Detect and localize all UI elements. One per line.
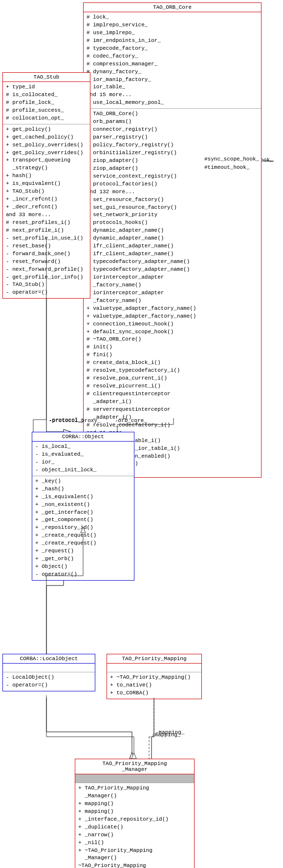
- diagram-container: -protocol_proxy_ -orb_core_ #sync_scope_…: [0, 0, 283, 868]
- tao-stub-title: TAO_Stub: [3, 73, 90, 82]
- connector-label-protocol: -protocol_proxy_: [49, 418, 101, 424]
- tao-stub-fields: + type_id # is_collocated_ # profile_loc…: [3, 82, 90, 124]
- tao-stub-box: TAO_Stub + type_id # is_collocated_ # pr…: [2, 72, 90, 299]
- corba-object-fields: - is_local_ - is_evaluated_ - ior_ - obj…: [32, 442, 134, 476]
- tao-orb-core-title: TAO_ORB_Core: [84, 3, 261, 12]
- tao-stub-methods: + get_policy() + get_cached_policy() + s…: [3, 124, 90, 299]
- corba-object-title: CORBA::Object: [32, 432, 134, 442]
- tao-priority-mapping-manager-empty: [75, 774, 194, 783]
- tao-orb-core-fields: # lock_ # implrepo_service_ # use_implre…: [84, 12, 261, 109]
- tao-priority-mapping-box: TAO_Priority_Mapping + ~TAO_Priority_Map…: [107, 654, 202, 699]
- svg-marker-34: [131, 753, 136, 759]
- corba-object-methods: + _key() + _hash() + _is_equivalent() + …: [32, 476, 134, 580]
- tao-priority-mapping-empty: [107, 664, 201, 672]
- tao-priority-mapping-title: TAO_Priority_Mapping: [107, 654, 201, 664]
- corba-object-box: CORBA::Object - is_local_ - is_evaluated…: [32, 432, 134, 581]
- corba-local-object-title: CORBA::LocalObject: [3, 654, 95, 664]
- tao-priority-mapping-manager-methods: + TAO_Priority_Mapping _Manager() + mapp…: [75, 783, 194, 868]
- tao-priority-mapping-manager-box: TAO_Priority_Mapping_Manager + TAO_Prior…: [75, 759, 195, 868]
- connector-label-mapping: -mapping_: [155, 729, 184, 735]
- svg-marker-16: [130, 752, 134, 759]
- connector-label-sync: #sync_scope_hook_#timeout_hook_: [204, 155, 259, 171]
- corba-local-object-empty: [3, 664, 95, 672]
- tao-priority-mapping-manager-title: TAO_Priority_Mapping_Manager: [75, 759, 194, 774]
- connector-label-orb: -orb_core_: [115, 418, 147, 424]
- corba-local-object-box: CORBA::LocalObject - LocalObject() - ope…: [2, 654, 95, 691]
- tao-orb-core-box: TAO_ORB_Core # lock_ # implrepo_service_…: [83, 2, 261, 478]
- tao-priority-mapping-methods: + ~TAO_Priority_Mapping() + to_native() …: [107, 672, 201, 699]
- corba-local-object-methods: - LocalObject() - operator=(): [3, 672, 95, 691]
